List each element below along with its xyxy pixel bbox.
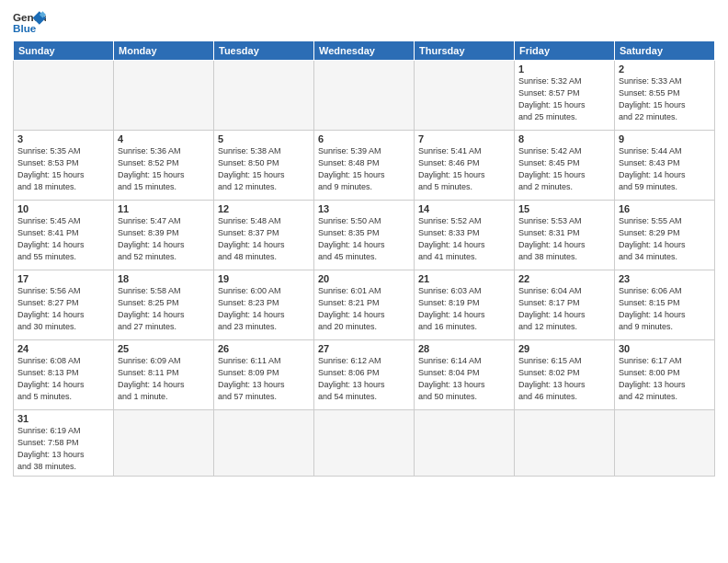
calendar-day-cell [615,410,715,477]
calendar-week-row: 17Sunrise: 5:56 AM Sunset: 8:27 PM Dayli… [14,270,715,340]
day-number: 29 [518,343,610,354]
day-sun-info: Sunrise: 5:48 AM Sunset: 8:37 PM Dayligh… [218,215,310,263]
day-sun-info: Sunrise: 5:55 AM Sunset: 8:29 PM Dayligh… [619,215,711,263]
calendar-day-cell: 23Sunrise: 6:06 AM Sunset: 8:15 PM Dayli… [615,270,715,340]
calendar-day-cell: 19Sunrise: 6:00 AM Sunset: 8:23 PM Dayli… [214,270,314,340]
day-number: 20 [318,273,410,284]
day-sun-info: Sunrise: 6:08 AM Sunset: 8:13 PM Dayligh… [17,355,109,403]
day-sun-info: Sunrise: 6:15 AM Sunset: 8:02 PM Dayligh… [518,355,610,403]
day-sun-info: Sunrise: 5:53 AM Sunset: 8:31 PM Dayligh… [518,215,610,263]
day-number: 2 [619,63,711,75]
calendar-day-cell: 6Sunrise: 5:39 AM Sunset: 8:48 PM Daylig… [314,131,415,201]
calendar-day-cell [214,61,314,131]
svg-text:Blue: Blue [13,22,37,34]
day-number: 12 [218,203,310,214]
calendar-day-cell: 8Sunrise: 5:42 AM Sunset: 8:45 PM Daylig… [515,131,615,201]
day-sun-info: Sunrise: 5:41 AM Sunset: 8:46 PM Dayligh… [418,145,510,193]
calendar-day-cell [14,61,114,131]
calendar-week-row: 31Sunrise: 6:19 AM Sunset: 7:58 PM Dayli… [14,410,715,477]
calendar-day-cell: 7Sunrise: 5:41 AM Sunset: 8:46 PM Daylig… [415,131,515,201]
calendar-week-row: 10Sunrise: 5:45 AM Sunset: 8:41 PM Dayli… [14,201,715,270]
day-number: 22 [518,273,610,284]
day-sun-info: Sunrise: 5:50 AM Sunset: 8:35 PM Dayligh… [318,215,410,263]
calendar-day-cell [314,410,415,477]
calendar-day-cell: 31Sunrise: 6:19 AM Sunset: 7:58 PM Dayli… [14,410,114,477]
logo: General Blue [13,9,46,35]
day-number: 9 [619,133,711,144]
day-sun-info: Sunrise: 5:33 AM Sunset: 8:55 PM Dayligh… [619,75,711,123]
calendar-day-cell [214,410,314,477]
calendar-day-cell: 30Sunrise: 6:17 AM Sunset: 8:00 PM Dayli… [615,340,715,410]
day-sun-info: Sunrise: 5:44 AM Sunset: 8:43 PM Dayligh… [619,145,711,193]
calendar-day-cell: 24Sunrise: 6:08 AM Sunset: 8:13 PM Dayli… [14,340,114,410]
calendar-day-cell: 14Sunrise: 5:52 AM Sunset: 8:33 PM Dayli… [415,201,515,270]
day-number: 3 [17,133,109,144]
day-number: 19 [218,273,310,284]
day-sun-info: Sunrise: 5:52 AM Sunset: 8:33 PM Dayligh… [418,215,510,263]
calendar-day-cell: 9Sunrise: 5:44 AM Sunset: 8:43 PM Daylig… [615,131,715,201]
calendar-day-cell: 15Sunrise: 5:53 AM Sunset: 8:31 PM Dayli… [515,201,615,270]
calendar-day-cell: 17Sunrise: 5:56 AM Sunset: 8:27 PM Dayli… [14,270,114,340]
day-sun-info: Sunrise: 5:42 AM Sunset: 8:45 PM Dayligh… [518,145,610,193]
day-number: 25 [118,343,210,354]
calendar-day-cell: 22Sunrise: 6:04 AM Sunset: 8:17 PM Dayli… [515,270,615,340]
weekday-header-monday: Monday [114,41,214,61]
calendar-week-row: 1Sunrise: 5:32 AM Sunset: 8:57 PM Daylig… [14,61,715,131]
weekday-header-thursday: Thursday [415,41,515,61]
calendar-day-cell: 29Sunrise: 6:15 AM Sunset: 8:02 PM Dayli… [515,340,615,410]
day-number: 10 [17,203,109,214]
day-sun-info: Sunrise: 6:03 AM Sunset: 8:19 PM Dayligh… [418,285,510,333]
calendar-table: SundayMondayTuesdayWednesdayThursdayFrid… [13,40,715,477]
calendar-day-cell: 10Sunrise: 5:45 AM Sunset: 8:41 PM Dayli… [14,201,114,270]
calendar-day-cell: 26Sunrise: 6:11 AM Sunset: 8:09 PM Dayli… [214,340,314,410]
calendar-day-cell: 1Sunrise: 5:32 AM Sunset: 8:57 PM Daylig… [515,61,615,131]
day-sun-info: Sunrise: 5:35 AM Sunset: 8:53 PM Dayligh… [17,145,109,193]
calendar-day-cell: 27Sunrise: 6:12 AM Sunset: 8:06 PM Dayli… [314,340,415,410]
day-number: 16 [619,203,711,214]
day-number: 17 [17,273,109,284]
day-number: 11 [118,203,210,214]
day-number: 6 [318,133,410,144]
calendar-day-cell: 5Sunrise: 5:38 AM Sunset: 8:50 PM Daylig… [214,131,314,201]
generalblue-logo-icon: General Blue [13,9,46,35]
calendar-day-cell: 28Sunrise: 6:14 AM Sunset: 8:04 PM Dayli… [415,340,515,410]
day-sun-info: Sunrise: 6:14 AM Sunset: 8:04 PM Dayligh… [418,355,510,403]
day-number: 14 [418,203,510,214]
day-number: 26 [218,343,310,354]
calendar-day-cell: 3Sunrise: 5:35 AM Sunset: 8:53 PM Daylig… [14,131,114,201]
day-sun-info: Sunrise: 6:19 AM Sunset: 7:58 PM Dayligh… [17,425,109,473]
day-number: 24 [17,343,109,354]
day-sun-info: Sunrise: 6:06 AM Sunset: 8:15 PM Dayligh… [619,285,711,333]
calendar-day-cell [314,61,415,131]
calendar-day-cell: 4Sunrise: 5:36 AM Sunset: 8:52 PM Daylig… [114,131,214,201]
calendar-day-cell: 12Sunrise: 5:48 AM Sunset: 8:37 PM Dayli… [214,201,314,270]
calendar-day-cell [114,61,214,131]
page: General Blue SundayMondayTuesdayWednesda… [0,0,728,563]
day-sun-info: Sunrise: 5:58 AM Sunset: 8:25 PM Dayligh… [118,285,210,333]
day-sun-info: Sunrise: 5:45 AM Sunset: 8:41 PM Dayligh… [17,215,109,263]
day-number: 8 [518,133,610,144]
day-number: 31 [17,413,109,424]
day-sun-info: Sunrise: 6:12 AM Sunset: 8:06 PM Dayligh… [318,355,410,403]
calendar-day-cell [114,410,214,477]
day-sun-info: Sunrise: 5:47 AM Sunset: 8:39 PM Dayligh… [118,215,210,263]
day-sun-info: Sunrise: 6:04 AM Sunset: 8:17 PM Dayligh… [518,285,610,333]
day-sun-info: Sunrise: 6:11 AM Sunset: 8:09 PM Dayligh… [218,355,310,403]
day-number: 4 [118,133,210,144]
calendar-day-cell: 21Sunrise: 6:03 AM Sunset: 8:19 PM Dayli… [415,270,515,340]
weekday-header-saturday: Saturday [615,41,715,61]
day-sun-info: Sunrise: 5:32 AM Sunset: 8:57 PM Dayligh… [518,75,610,123]
weekday-header-friday: Friday [515,41,615,61]
day-number: 7 [418,133,510,144]
day-sun-info: Sunrise: 6:09 AM Sunset: 8:11 PM Dayligh… [118,355,210,403]
day-number: 28 [418,343,510,354]
weekday-header-wednesday: Wednesday [314,41,415,61]
day-number: 23 [619,273,711,284]
day-sun-info: Sunrise: 6:00 AM Sunset: 8:23 PM Dayligh… [218,285,310,333]
day-number: 15 [518,203,610,214]
day-number: 18 [118,273,210,284]
day-number: 1 [518,63,610,75]
day-number: 27 [318,343,410,354]
day-number: 5 [218,133,310,144]
day-sun-info: Sunrise: 6:17 AM Sunset: 8:00 PM Dayligh… [619,355,711,403]
